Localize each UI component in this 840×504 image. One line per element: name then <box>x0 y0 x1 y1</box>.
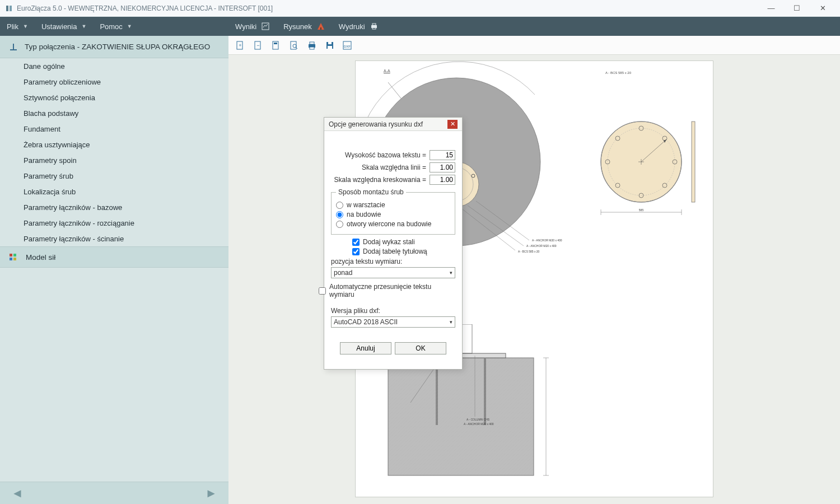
drawing-icon <box>316 22 325 31</box>
sidebar-forces-label: Model sił <box>26 253 55 262</box>
titlebar: EuroZłącza 5.0 - WEWNĘTRZNA, NIEKOMERCYJ… <box>0 0 840 17</box>
menu-right: Wyniki Rysunek Wydruki <box>228 17 840 36</box>
dim-pos-select[interactable]: ponad▾ <box>331 267 455 278</box>
dim-pos-label: pozycja tekstu wymiaru: <box>331 258 455 265</box>
mounting-legend: Sposób montażu śrub <box>336 188 406 196</box>
drawing-canvas: A-A A - BCS 585 x 20 <box>228 55 840 504</box>
connection-type-icon <box>9 43 18 52</box>
dialog-close-button[interactable]: ✕ <box>447 120 458 129</box>
sidebar-item-bolt-location[interactable]: Lokalizacja śrub <box>0 184 228 199</box>
remove-page-icon[interactable]: − <box>252 39 264 52</box>
svg-rect-25 <box>310 47 314 49</box>
sidebar-item-general[interactable]: Dane ogólne <box>0 58 228 74</box>
cancel-button[interactable]: Anuluj <box>340 342 391 354</box>
sidebar-item-calc-params[interactable]: Parametry obliczeniowe <box>0 74 228 90</box>
window-title: EuroZłącza 5.0 - WEWNĘTRZNA, NIEKOMERCYJ… <box>17 4 273 12</box>
app-icon <box>4 4 13 13</box>
dxf-version-label: Wersja pliku dxf: <box>331 307 455 315</box>
svg-rect-20 <box>291 41 296 49</box>
svg-rect-10 <box>10 254 12 256</box>
dialog-titlebar[interactable]: Opcje generowania rysunku dxf ✕ <box>324 118 462 131</box>
svg-text:585: 585 <box>639 208 644 212</box>
svg-text:A - COLUMN CHS: A - COLUMN CHS <box>466 418 490 421</box>
sidebar-item-weld-params[interactable]: Parametry spoin <box>0 152 228 168</box>
hatch-scale-input[interactable] <box>430 175 455 185</box>
svg-text:−: − <box>256 43 259 48</box>
sidebar-item-stiffness[interactable]: Sztywność połączenia <box>0 90 228 105</box>
minimize-button[interactable]: — <box>758 0 784 17</box>
mounting-site-radio[interactable] <box>336 211 343 218</box>
svg-text:A - BCS 585 x 20: A - BCS 585 x 20 <box>518 250 540 253</box>
svg-rect-68 <box>388 358 534 475</box>
menu-results[interactable]: Wyniki <box>228 17 277 36</box>
sidebar: Typ połączenia - ZAKOTWIENIE SŁUPA OKRĄG… <box>0 36 228 504</box>
content-toolbar: + − DXF <box>228 36 840 55</box>
sidebar-item-stiffeners[interactable]: Żebra usztywniające <box>0 137 228 152</box>
nav-forward-icon[interactable]: ► <box>205 486 217 501</box>
svg-rect-0 <box>6 6 8 11</box>
menu-prints[interactable]: Wydruki <box>332 17 385 36</box>
maximize-button[interactable]: ☐ <box>784 0 810 17</box>
sidebar-section-connection-type[interactable]: Typ połączenia - ZAKOTWIENIE SŁUPA OKRĄG… <box>0 36 228 58</box>
dialog-title: Opcje generowania rysunku dxf <box>329 120 423 128</box>
add-steel-list-checkbox[interactable] <box>352 239 360 246</box>
svg-rect-58 <box>692 122 695 202</box>
plan-drawing: 585 <box>591 106 703 229</box>
chevron-down-icon: ▼ <box>23 24 28 29</box>
svg-text:+: + <box>239 43 241 48</box>
chevron-down-icon: ▼ <box>81 24 86 29</box>
line-scale-label: Skala względna linii = <box>331 164 430 171</box>
svg-rect-11 <box>10 258 12 260</box>
menu-settings[interactable]: Ustawienia▼ <box>35 17 94 36</box>
chevron-down-icon: ▾ <box>450 270 452 276</box>
close-button[interactable]: ✕ <box>810 0 836 17</box>
ok-button[interactable]: OK <box>395 342 446 354</box>
svg-rect-9 <box>13 44 14 49</box>
svg-rect-27 <box>328 42 332 44</box>
svg-rect-24 <box>310 42 314 44</box>
mounting-drilled-radio[interactable] <box>336 221 343 228</box>
svg-text:A - ANCHOR M20 x 400: A - ANCHOR M20 x 400 <box>464 422 494 426</box>
save-icon[interactable] <box>324 39 336 52</box>
sidebar-item-base-plate[interactable]: Blacha podstawy <box>0 105 228 121</box>
add-title-table-checkbox[interactable] <box>352 248 360 255</box>
svg-text:A - ANCHOR M20 x 400: A - ANCHOR M20 x 400 <box>526 244 557 248</box>
force-model-icon <box>9 253 19 261</box>
new-page-icon[interactable]: + <box>234 39 246 52</box>
print-icon[interactable] <box>306 39 318 52</box>
results-icon <box>261 22 270 31</box>
text-height-input[interactable] <box>430 150 455 160</box>
page-view-icon[interactable] <box>270 39 282 52</box>
svg-rect-13 <box>13 258 16 260</box>
svg-rect-2 <box>262 23 269 30</box>
svg-rect-28 <box>328 46 332 49</box>
menu-drawing[interactable]: Rysunek <box>277 17 332 36</box>
nav-back-icon[interactable]: ◄ <box>11 486 24 501</box>
auto-shift-checkbox[interactable] <box>319 287 326 295</box>
sidebar-item-conn-tension[interactable]: Parametry łączników - rozciąganie <box>0 215 228 231</box>
dxf-version-select[interactable]: AutoCAD 2018 ASCII▾ <box>331 316 455 328</box>
hatch-scale-label: Skala względna kreskowania = <box>331 176 430 184</box>
window-controls: — ☐ ✕ <box>758 0 836 17</box>
svg-rect-12 <box>13 254 16 256</box>
sidebar-section-forces[interactable]: Model sił <box>0 246 228 268</box>
menu-help[interactable]: Pomoc▼ <box>93 17 138 36</box>
svg-text:A - ANCHOR M20 x 400: A - ANCHOR M20 x 400 <box>532 239 562 242</box>
line-scale-input[interactable] <box>430 162 455 172</box>
mounting-workshop-radio[interactable] <box>336 202 343 209</box>
text-height-label: Wysokość bazowa tekstu = <box>331 151 430 159</box>
chevron-down-icon: ▼ <box>127 24 132 29</box>
sidebar-item-conn-base[interactable]: Parametry łączników - bazowe <box>0 199 228 215</box>
svg-text:DXF: DXF <box>344 45 351 48</box>
sidebar-item-bolt-params[interactable]: Parametry śrub <box>0 168 228 184</box>
dxf-export-icon[interactable]: DXF <box>342 39 354 52</box>
sidebar-item-conn-shear[interactable]: Parametry łączników - ścinanie <box>0 231 228 246</box>
zoom-icon[interactable] <box>288 39 300 52</box>
chevron-down-icon: ▾ <box>450 319 452 325</box>
sidebar-item-foundation[interactable]: Fundament <box>0 121 228 137</box>
menu-file[interactable]: Plik▼ <box>0 17 35 36</box>
svg-rect-1 <box>10 6 12 11</box>
svg-rect-4 <box>320 27 321 30</box>
sidebar-spacer <box>0 268 228 482</box>
sidebar-header-label: Typ połączenia - ZAKOTWIENIE SŁUPA OKRĄG… <box>25 43 210 51</box>
